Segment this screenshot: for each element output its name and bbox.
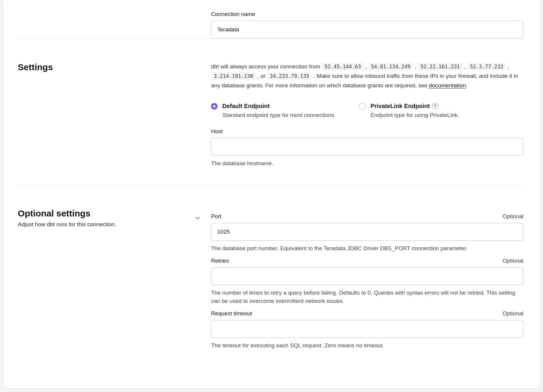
optional-settings-heading: Optional settings bbox=[18, 208, 211, 219]
ip-address-chip: 52.22.161.231 bbox=[418, 63, 462, 70]
optional-badge: Optional bbox=[502, 213, 523, 220]
radio-selected-icon[interactable] bbox=[211, 103, 218, 110]
connection-name-section: Connection name bbox=[18, 0, 523, 38]
endpoint-radio-group: Default Endpoint Standard endpoint type … bbox=[211, 102, 523, 119]
request-timeout-helper-text: The timeout for executing each SQL reque… bbox=[211, 341, 523, 350]
settings-heading: Settings bbox=[18, 62, 211, 73]
port-field: Port Optional The database port number. … bbox=[211, 213, 523, 253]
settings-section: Settings dbt will always access your con… bbox=[18, 39, 523, 185]
optional-badge: Optional bbox=[502, 258, 523, 264]
optional-settings-subtitle: Adjust how dbt runs for this connection. bbox=[18, 221, 211, 228]
help-icon[interactable]: ? bbox=[432, 103, 438, 109]
optional-badge: Optional bbox=[502, 310, 523, 317]
port-input[interactable] bbox=[211, 223, 523, 241]
privatelink-endpoint-description: Endpoint type for using PrivateLink. bbox=[370, 111, 459, 119]
connection-name-input[interactable] bbox=[211, 21, 523, 38]
default-endpoint-option[interactable]: Default Endpoint Standard endpoint type … bbox=[211, 102, 359, 119]
host-input[interactable] bbox=[211, 138, 523, 156]
privatelink-endpoint-label: PrivateLink Endpoint bbox=[370, 102, 430, 110]
host-label: Host bbox=[211, 128, 523, 135]
retries-helper-text: The number of times to retry a query bef… bbox=[211, 289, 523, 305]
ip-address-chip: 34.233.79.135 bbox=[267, 72, 312, 80]
default-endpoint-label: Default Endpoint bbox=[222, 102, 336, 110]
retries-input[interactable] bbox=[211, 267, 523, 285]
privatelink-endpoint-option[interactable]: PrivateLink Endpoint ? Endpoint type for… bbox=[359, 102, 523, 119]
documentation-link[interactable]: documentation bbox=[429, 82, 466, 89]
retries-field: Retries Optional The number of times to … bbox=[211, 257, 523, 305]
connection-settings-card: Connection name Settings dbt will always… bbox=[3, 0, 540, 388]
ip-notice: dbt will always access your connection f… bbox=[211, 62, 523, 90]
default-endpoint-description: Standard endpoint type for most connecti… bbox=[222, 111, 336, 119]
radio-unselected-icon[interactable] bbox=[359, 103, 366, 110]
port-helper-text: The database port number. Equivalent to … bbox=[211, 244, 523, 253]
port-label: Port bbox=[211, 213, 221, 220]
host-helper-text: The database hostname. bbox=[211, 159, 523, 168]
ip-address-chip: 3.214.191.130 bbox=[211, 72, 256, 80]
request-timeout-input[interactable] bbox=[211, 320, 523, 338]
connection-name-label: Connection name bbox=[211, 11, 523, 18]
request-timeout-label: Request timeout bbox=[211, 310, 252, 317]
chevron-down-icon[interactable] bbox=[194, 215, 201, 221]
optional-settings-section: Optional settings Adjust how dbt runs fo… bbox=[18, 185, 523, 354]
ip-address-chip: 52.45.144.63 bbox=[322, 63, 364, 70]
ip-address-chip: 54.81.134.249 bbox=[368, 63, 413, 70]
host-field: Host The database hostname. bbox=[211, 128, 523, 168]
retries-label: Retries bbox=[211, 257, 229, 264]
request-timeout-field: Request timeout Optional The timeout for… bbox=[211, 310, 523, 350]
ip-address-chip: 52.3.77.232 bbox=[467, 63, 506, 70]
